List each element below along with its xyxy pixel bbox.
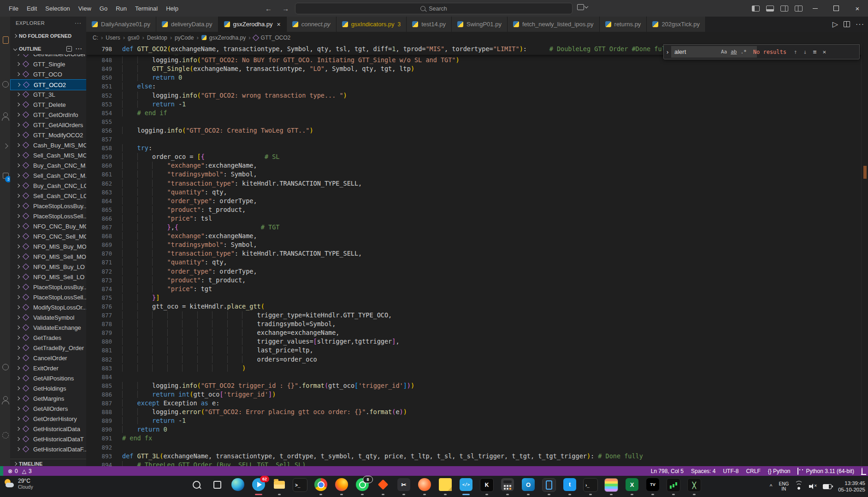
breadcrumb-item[interactable]: C: (93, 35, 98, 41)
extensions-icon[interactable]: 3 (1, 171, 10, 180)
twitter-icon[interactable]: t (562, 477, 577, 496)
code-line-890[interactable]: 890 return 0 (86, 425, 868, 434)
close-find-button[interactable]: × (822, 48, 826, 55)
code-line-879[interactable]: 879 exchange=exchangeName, (86, 328, 868, 337)
menu-terminal[interactable]: Terminal (131, 5, 162, 12)
tradingview-icon[interactable]: TV (645, 477, 660, 496)
breadcrumb-item[interactable]: GTT_OCO2 (261, 35, 291, 41)
code-line-871[interactable]: 871 "quantity": qty, (86, 258, 868, 267)
python-interpreter[interactable]: Python 3.11 (64-bit) (806, 468, 854, 474)
breadcrumb-item[interactable]: pyCode (175, 35, 194, 41)
explorer-more-actions-button[interactable]: ··· (75, 20, 82, 26)
code-line-850[interactable]: 850 return 0 (86, 73, 868, 82)
stock-chart-icon[interactable] (666, 477, 681, 496)
outline-item-NFO_CNC_Sell_MO[interactable]: NFO_CNC_Sell_MO (10, 231, 86, 241)
code-line-880[interactable]: 880 trigger_values=[sltrigger,tgttrigger… (86, 337, 868, 346)
menu-file[interactable]: File (5, 5, 23, 12)
outline-item-Sell_Cash_MIS_MO[interactable]: Sell_Cash_MIS_MO... (10, 150, 86, 160)
code-line-856[interactable]: 856 logging.info("GTT_OCO2: Creating Two… (86, 126, 868, 135)
code-line-872[interactable]: 872 "order_type": orderType, (86, 267, 868, 276)
task-view-button[interactable] (210, 477, 224, 496)
code-line-849[interactable]: 849 GTT_Single(exchangeName, transaction… (86, 64, 868, 73)
outline-item-GetTradeBy_Order[interactable]: GetTradeBy_Order (10, 343, 86, 353)
code-line-860[interactable]: 860 "exchange":exchangeName, (86, 161, 868, 170)
battery-icon[interactable] (823, 484, 832, 489)
settings-gear-icon[interactable] (1, 431, 10, 439)
code-line-867[interactable]: 867 },{ # TGT (86, 223, 868, 232)
menu-view[interactable]: View (74, 5, 95, 12)
cursor-position[interactable]: Ln 798, Col 5 (651, 468, 684, 474)
tab-fetch_newly_listed_ipos.py[interactable]: fetch_newly_listed_ipos.py (508, 17, 600, 32)
code-line-852[interactable]: 852 logging.info("GTT_OCO2: wrong transa… (86, 91, 868, 100)
profile-icon[interactable] (1, 394, 10, 403)
outline-item-PlaceStopLossBuy[interactable]: PlaceStopLossBuy... (10, 201, 86, 211)
code-line-859[interactable]: 859 order_oco = [{ # SL (86, 152, 868, 161)
collapse-all-button[interactable] (66, 46, 72, 52)
firefox-icon[interactable] (334, 477, 349, 496)
powershell-icon[interactable]: ›_ (583, 477, 598, 496)
outlook-icon[interactable]: O (521, 477, 536, 496)
outline-item-NFO_CNC_Buy_MO[interactable]: NFO_CNC_Buy_MO (10, 221, 86, 231)
tab-deliveryData.py[interactable]: deliveryData.py (156, 17, 218, 32)
code-line-854[interactable]: 854 # end if (86, 109, 868, 117)
split-editor-button[interactable] (844, 21, 850, 27)
editor-scrollbar[interactable] (861, 43, 868, 466)
outline-item-NFO_MIS_Buy_MO[interactable]: NFO_MIS_Buy_MO (10, 241, 86, 251)
outline-item-Buy_Cash_CNC_M[interactable]: Buy_Cash_CNC_M... (10, 160, 86, 170)
language-mode[interactable]: {} Python (768, 468, 791, 474)
outline-item-NFO_MIS_Sell_MO[interactable]: NFO_MIS_Sell_MO (10, 251, 86, 262)
tab-test14.py[interactable]: test14.py (407, 17, 452, 32)
outline-item-GTT_OCO[interactable]: GTT_OCO (10, 69, 86, 79)
code-line-858[interactable]: 858 try: (86, 144, 868, 152)
outline-item-GTT_ModifyOCO2[interactable]: GTT_ModifyOCO2 (10, 130, 86, 140)
telegram-icon[interactable]: 62 (251, 477, 266, 496)
toggle-primary-sidebar-button[interactable] (752, 6, 760, 12)
code-line-861[interactable]: 861 "tradingsymbol": Symbol, (86, 170, 868, 179)
outline-item-GetHistoricalData[interactable]: GetHistoricalData (10, 424, 86, 434)
find-previous-button[interactable]: ↑ (794, 48, 797, 55)
chrome-icon[interactable] (313, 477, 328, 496)
outline-item-PlaceStopLossBuy[interactable]: PlaceStopLossBuy... (10, 282, 86, 292)
code-line-884[interactable]: 884 (86, 373, 868, 381)
outline-item-ValidateExchange[interactable]: ValidateExchange (10, 322, 86, 333)
kite-zerodha-icon[interactable] (376, 477, 390, 496)
remote-indicator[interactable] (0, 466, 3, 476)
code-line-855[interactable]: 855 (86, 117, 868, 126)
code-line-894[interactable]: 894 # ThreeLeg GTT Order (Buy, SELL TGT,… (86, 461, 868, 466)
outline-item-Sell_Cash_CNC_LO[interactable]: Sell_Cash_CNC_LO... (10, 191, 86, 201)
edge-icon[interactable] (230, 477, 245, 496)
regex-toggle[interactable]: .* (741, 49, 747, 55)
customize-layout-button[interactable] (795, 6, 803, 12)
snipping-tool-icon[interactable]: ✂ (396, 477, 411, 496)
whiteboard-icon[interactable]: ╳ (687, 477, 702, 496)
tab-returns.py[interactable]: returns.py (600, 17, 647, 32)
navigate-back-button[interactable]: ← (265, 5, 272, 12)
command-center-search[interactable]: Search (295, 3, 573, 14)
code-line-891[interactable]: 891# end fx (86, 434, 868, 443)
code-line-882[interactable]: 882 orders=order_oco (86, 355, 868, 364)
volume-muted-icon[interactable]: × (809, 484, 816, 489)
code-line-862[interactable]: 862 "transaction_type": kiteHndlr.TRANSA… (86, 179, 868, 188)
outline-item-GetAllPositions[interactable]: GetAllPositions (10, 373, 86, 383)
breadcrumb-item[interactable]: Users (106, 35, 120, 41)
outline-item-ValidateSymbol[interactable]: ValidateSymbol (10, 312, 86, 322)
code-line-893[interactable]: 893def GTT_3L(exchangeName, transactiont… (86, 452, 868, 461)
minimize-button[interactable] (804, 0, 826, 17)
toggle-secondary-sidebar-button[interactable] (780, 6, 788, 12)
maximize-button[interactable] (826, 0, 847, 17)
code-line-857[interactable]: 857 (86, 135, 868, 144)
testing-icon[interactable] (1, 363, 10, 371)
code-line-851[interactable]: 851 else: (86, 82, 868, 91)
outline-item-GetAllOrders[interactable]: GetAllOrders (10, 403, 86, 414)
breadcrumb-item[interactable]: gsx0 (128, 35, 139, 41)
code-line-870[interactable]: 870 "transaction_type": kiteHndlr.TRANSA… (86, 249, 868, 258)
run-python-file-button[interactable]: ▷ (833, 20, 838, 29)
encoding[interactable]: UTF-8 (723, 468, 738, 474)
toggle-replace-chevron[interactable]: › (664, 48, 671, 56)
weather-widget[interactable]: 29°C Cloudy (4, 478, 33, 490)
code-line-885[interactable]: 885 logging.info("GTT_OCO2 trigger_id : … (86, 381, 868, 390)
menu-help[interactable]: Help (162, 5, 183, 12)
code-line-889[interactable]: 889 return -1 (86, 416, 868, 425)
outline-item-GetTrades[interactable]: GetTrades (10, 333, 86, 343)
outline-item-GTT_GetOrdInfo[interactable]: GTT_GetOrdInfo (10, 110, 86, 120)
